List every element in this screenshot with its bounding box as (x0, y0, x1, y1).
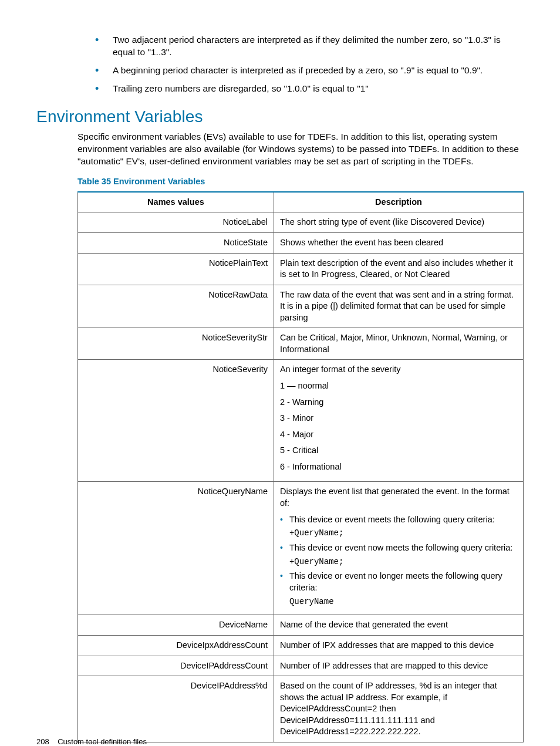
table-row: DeviceIPAddressCount Number of IP addres… (78, 656, 524, 676)
item-text: This device or event meets the following… (289, 515, 495, 524)
cell-name: NoticeRawData (78, 285, 274, 328)
cell-desc: The short string type of event (like Dis… (274, 212, 523, 233)
cell-desc: Plain text description of the event and … (274, 253, 523, 285)
list-item: Trailing zero numbers are disregarded, s… (95, 83, 524, 95)
table-caption: Table 35 Environment Variables (36, 176, 524, 188)
cell-desc: An integer format of the severity 1 — no… (274, 360, 523, 482)
item-text: This device or event no longer meets the… (289, 571, 502, 592)
item-code: +QueryName; (289, 528, 517, 539)
list-item: This device or event no longer meets the… (280, 571, 517, 607)
severity-lines: 1 — noormal 2 - Warning 3 - Minor 4 - Ma… (280, 380, 517, 472)
cell-desc: Can be Critical, Major, Minor, Unknown, … (274, 328, 523, 360)
table-row: DeviceName Name of the device that gener… (78, 615, 524, 636)
env-variables-table: Names values Description NoticeLabel The… (77, 191, 524, 742)
severity-line: 6 - Informational (280, 461, 517, 473)
severity-line: 5 - Critical (280, 445, 517, 457)
list-item: A beginning period character is interpre… (95, 65, 524, 77)
cell-name: DeviceIPAddress%d (78, 676, 274, 742)
bullet-text: A beginning period character is interpre… (113, 65, 483, 75)
severity-line: 3 - Minor (280, 413, 517, 424)
table-row: NoticeLabel The short string type of eve… (78, 212, 524, 233)
cell-desc: Number of IPX addresses that are mapped … (274, 635, 523, 656)
bullet-text: Trailing zero numbers are disregarded, s… (113, 83, 369, 93)
table-row: NoticeState Shows whether the event has … (78, 232, 524, 253)
severity-line: 1 — noormal (280, 380, 517, 392)
list-item: This device or event meets the following… (280, 514, 517, 539)
column-header-names: Names values (78, 192, 274, 212)
section-heading: Environment Variables (36, 106, 524, 128)
item-code: +QueryName; (289, 556, 517, 568)
table-row: DeviceIPAddress%d Based on the count of … (78, 676, 524, 742)
table-row: NoticeSeverity An integer format of the … (78, 360, 524, 482)
table-row: NoticeSeverityStr Can be Critical, Major… (78, 328, 524, 360)
table-row: DeviceIpxAddressCount Number of IPX addr… (78, 635, 524, 656)
cell-name: NoticeSeverity (78, 360, 274, 482)
document-page: Two adjacent period characters are inter… (0, 0, 560, 746)
item-text: This device or event now meets the follo… (289, 543, 512, 552)
intro-bullet-list: Two adjacent period characters are inter… (36, 34, 524, 95)
list-item: Two adjacent period characters are inter… (95, 34, 524, 59)
table-header-row: Names values Description (78, 192, 524, 212)
table-row: NoticeQueryName Displays the event list … (78, 482, 524, 615)
cell-name: NoticePlainText (78, 253, 274, 285)
desc-lead: An integer format of the severity (280, 364, 401, 374)
severity-line: 4 - Major (280, 429, 517, 441)
column-header-desc: Description (274, 192, 523, 212)
cell-desc: Displays the event list that generated t… (274, 482, 523, 615)
cell-name: NoticeQueryName (78, 482, 274, 615)
item-code: QueryName (289, 596, 517, 607)
intro-paragraph: Specific environment variables (EVs) ava… (36, 131, 524, 168)
cell-desc: Number of IP addresses that are mapped t… (274, 656, 523, 676)
query-format-list: This device or event meets the following… (280, 514, 517, 607)
cell-name: DeviceIPAddressCount (78, 656, 274, 676)
cell-name: NoticeSeverityStr (78, 328, 274, 360)
cell-name: NoticeState (78, 232, 274, 253)
page-footer: 208 Custom tool definition files (36, 737, 147, 746)
cell-desc: Based on the count of IP addresses, %d i… (274, 676, 523, 742)
severity-line: 2 - Warning (280, 397, 517, 409)
table-row: NoticeRawData The raw data of the event … (78, 285, 524, 328)
cell-name: DeviceName (78, 615, 274, 636)
cell-desc: Name of the device that generated the ev… (274, 615, 523, 636)
desc-lead: Displays the event list that generated t… (280, 487, 510, 508)
page-number: 208 (36, 737, 49, 746)
cell-desc: Shows whether the event has been cleared (274, 232, 523, 253)
list-item: This device or event now meets the follo… (280, 542, 517, 567)
cell-desc: The raw data of the event that was sent … (274, 285, 523, 328)
cell-name: NoticeLabel (78, 212, 274, 233)
bullet-text: Two adjacent period characters are inter… (113, 35, 501, 57)
footer-title: Custom tool definition files (58, 737, 147, 746)
table-row: NoticePlainText Plain text description o… (78, 253, 524, 285)
cell-name: DeviceIpxAddressCount (78, 635, 274, 656)
